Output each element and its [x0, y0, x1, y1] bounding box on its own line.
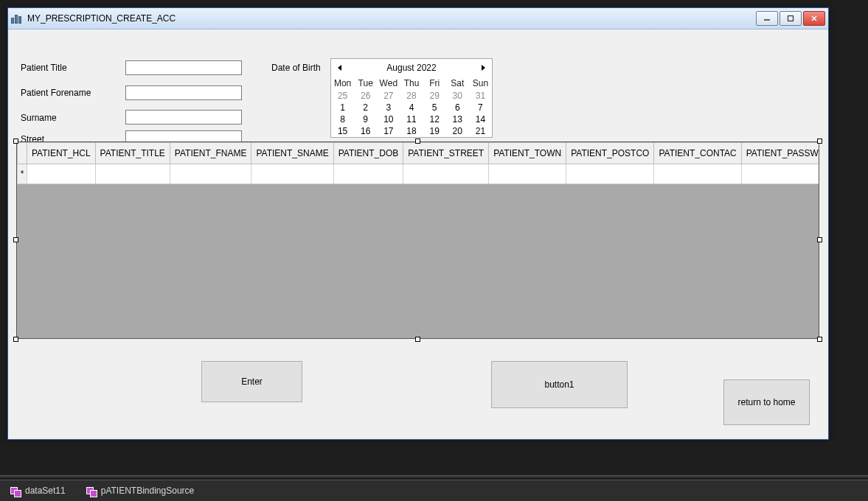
grid-corner	[18, 143, 27, 164]
calendar-day[interactable]: 7	[469, 102, 492, 113]
calendar-day[interactable]: 15	[331, 125, 354, 137]
calendar-day[interactable]: 3	[377, 102, 400, 113]
grid-column-header[interactable]: PATIENT_HCL	[27, 143, 96, 164]
patient-datagrid[interactable]: PATIENT_HCLPATIENT_TITLEPATIENT_FNAMEPAT…	[16, 141, 819, 339]
calendar-next-icon[interactable]	[477, 62, 489, 74]
maximize-button[interactable]	[780, 11, 802, 26]
calendar-day[interactable]: 29	[423, 90, 446, 102]
grid-column-header[interactable]: PATIENT_DOB	[333, 143, 403, 164]
grid-cell[interactable]	[333, 164, 403, 184]
grid-cell[interactable]	[251, 164, 333, 184]
resize-handle[interactable]	[415, 139, 420, 144]
grid-column-header[interactable]: PATIENT_SNAME	[251, 143, 333, 164]
close-button[interactable]	[803, 11, 825, 26]
calendar-day[interactable]: 27	[377, 90, 400, 102]
grid-column-header[interactable]: PATIENT_TITLE	[95, 143, 170, 164]
surname-field[interactable]	[125, 110, 242, 125]
calendar-month-label: August 2022	[386, 63, 436, 73]
titlebar[interactable]: MY_PRESCRIPTION_CREATE_ACC	[8, 8, 828, 29]
app-icon	[11, 13, 23, 24]
patient-forename-field[interactable]	[125, 85, 242, 100]
calendar-day[interactable]: 26	[354, 90, 377, 102]
calendar-grid[interactable]: MonTueWedThuFriSatSun 252627282930311234…	[331, 77, 492, 137]
calendar-day[interactable]: 21	[469, 125, 492, 137]
resize-handle[interactable]	[13, 139, 18, 144]
resize-handle[interactable]	[817, 139, 822, 144]
grid-cell[interactable]	[27, 164, 96, 184]
resize-handle[interactable]	[13, 237, 18, 242]
calendar-day[interactable]: 4	[400, 102, 423, 113]
calendar-day-header: Tue	[354, 77, 377, 90]
label-patient-forename: Patient Forename	[21, 88, 91, 98]
grid-cell[interactable]	[566, 164, 654, 184]
calendar-day[interactable]: 10	[377, 113, 400, 125]
resize-handle[interactable]	[817, 337, 822, 342]
enter-button[interactable]: Enter	[201, 361, 302, 402]
grid-column-header[interactable]: PATIENT_FNAME	[170, 143, 251, 164]
calendar-day-header: Mon	[331, 77, 354, 90]
grid-column-header[interactable]: PATIENT_STREET	[403, 143, 489, 164]
datagrid-design-container[interactable]: PATIENT_HCLPATIENT_TITLEPATIENT_FNAMEPAT…	[16, 141, 819, 339]
grid-cell[interactable]	[654, 164, 741, 184]
calendar-day[interactable]: 28	[400, 90, 423, 102]
calendar-day[interactable]: 11	[400, 113, 423, 125]
minimize-button[interactable]	[756, 11, 778, 26]
form-client-area: Patient Title Patient Forename Surname S…	[8, 29, 828, 440]
calendar-day[interactable]: 14	[469, 113, 492, 125]
return-home-button[interactable]: return to home	[723, 379, 810, 425]
grid-cell[interactable]	[403, 164, 489, 184]
grid-cell[interactable]	[95, 164, 170, 184]
svg-marker-4	[338, 65, 341, 71]
calendar-day[interactable]: 8	[331, 113, 354, 125]
resize-handle[interactable]	[13, 337, 18, 342]
grid-cell[interactable]	[489, 164, 566, 184]
grid-cell[interactable]	[741, 164, 819, 184]
label-surname: Surname	[21, 113, 57, 123]
tray-separator	[0, 475, 868, 477]
grid-column-header[interactable]: PATIENT_TOWN	[489, 143, 566, 164]
calendar-day[interactable]: 18	[400, 125, 423, 137]
component-tray: dataSet11 pATIENTBindingSource	[0, 480, 868, 501]
tray-item-dataset[interactable]: dataSet11	[10, 486, 66, 496]
calendar-day[interactable]: 17	[377, 125, 400, 137]
calendar-day[interactable]: 9	[354, 113, 377, 125]
calendar-day[interactable]: 31	[469, 90, 492, 102]
calendar-day[interactable]: 19	[423, 125, 446, 137]
grid-column-header[interactable]: PATIENT_CONTAC	[654, 143, 741, 164]
calendar-day[interactable]: 1	[331, 102, 354, 113]
calendar-day-header: Sat	[446, 77, 469, 90]
dataset-icon	[10, 486, 21, 496]
calendar-day[interactable]: 20	[446, 125, 469, 137]
grid-cell[interactable]	[170, 164, 251, 184]
calendar-day[interactable]: 2	[354, 102, 377, 113]
grid-column-header[interactable]: PATIENT_POSTCO	[566, 143, 654, 164]
svg-rect-1	[788, 16, 794, 21]
window-title: MY_PRESCRIPTION_CREATE_ACC	[27, 13, 756, 24]
form-window: MY_PRESCRIPTION_CREATE_ACC Patient Title…	[7, 7, 829, 440]
designer-surface: MY_PRESCRIPTION_CREATE_ACC Patient Title…	[0, 0, 868, 501]
label-dob: Date of Birth	[271, 63, 321, 73]
calendar-day-header: Fri	[423, 77, 446, 90]
button1-button[interactable]: button1	[491, 361, 628, 408]
calendar-day[interactable]: 30	[446, 90, 469, 102]
calendar-day[interactable]: 16	[354, 125, 377, 137]
grid-new-row-marker: *	[18, 164, 27, 184]
calendar-day-header: Sun	[469, 77, 492, 90]
calendar-day[interactable]: 13	[446, 113, 469, 125]
svg-marker-5	[482, 65, 485, 71]
patient-title-field[interactable]	[125, 60, 242, 75]
grid-column-header[interactable]: PATIENT_PASSWO	[741, 143, 819, 164]
label-patient-title: Patient Title	[21, 63, 67, 73]
calendar-day[interactable]: 6	[446, 102, 469, 113]
bindingsource-icon	[86, 486, 97, 496]
calendar-day[interactable]: 25	[331, 90, 354, 102]
resize-handle[interactable]	[817, 237, 822, 242]
calendar-prev-icon[interactable]	[334, 62, 346, 74]
tray-item-bindingsource[interactable]: pATIENTBindingSource	[86, 486, 195, 496]
calendar-day[interactable]: 5	[423, 102, 446, 113]
calendar-day-header: Thu	[400, 77, 423, 90]
resize-handle[interactable]	[415, 337, 420, 342]
dob-calendar[interactable]: August 2022 MonTueWedThuFriSatSun 252627…	[330, 58, 493, 138]
calendar-day-header: Wed	[377, 77, 400, 90]
calendar-day[interactable]: 12	[423, 113, 446, 125]
